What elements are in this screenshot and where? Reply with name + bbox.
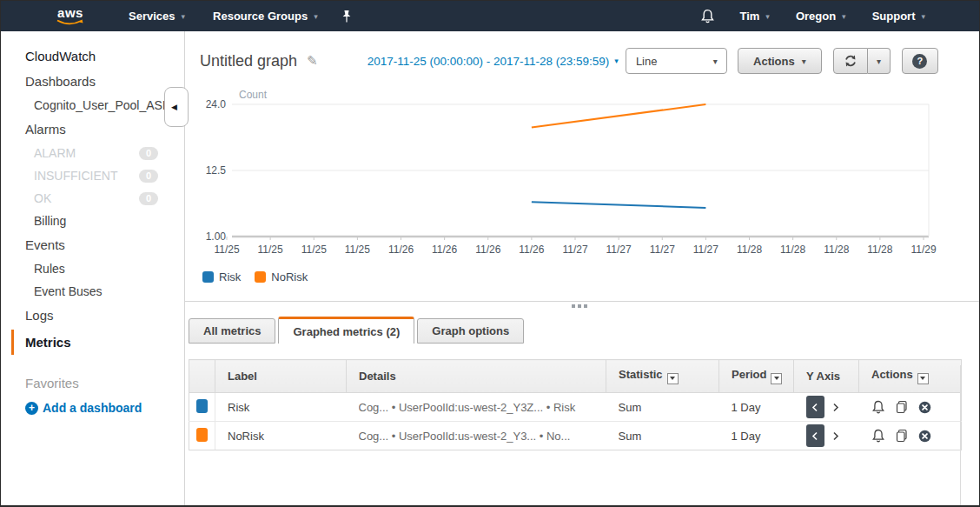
refresh-button[interactable] <box>833 48 868 74</box>
duplicate-metric-icon[interactable] <box>895 429 909 443</box>
create-alarm-bell-icon[interactable] <box>871 400 885 415</box>
risk-series-swatch <box>202 271 214 283</box>
sidebar-item-insufficient-state[interactable]: INSUFFICIENT 0 <box>1 164 184 187</box>
remove-metric-icon[interactable] <box>918 430 931 443</box>
svg-text:24.0: 24.0 <box>206 98 227 110</box>
sidebar-item-dashboards[interactable]: Dashboards <box>1 69 184 94</box>
chart-type-select[interactable]: Line ▾ <box>626 48 727 74</box>
nav-region-menu[interactable]: Oregon ▾ <box>796 10 846 23</box>
sidebar-item-event-buses[interactable]: Event Buses <box>1 280 184 303</box>
risk-label-cell: Risk <box>215 393 347 422</box>
sidebar-collapse-tab[interactable]: ◀ <box>164 87 189 127</box>
risk-details-cell: Cog... • UserPoolId:us-west-2_Y3Z... • R… <box>347 393 606 422</box>
graph-header: Untitled graph ✎ 2017-11-25 (00:00:00) -… <box>185 31 979 74</box>
svg-text:1.00: 1.00 <box>206 230 227 243</box>
svg-text:11/27: 11/27 <box>562 243 587 256</box>
main-panel: Untitled graph ✎ 2017-11-25 (00:00:00) -… <box>185 31 979 506</box>
y-axis-left-button[interactable] <box>806 396 824 418</box>
risk-color-cell <box>189 393 215 422</box>
svg-text:11/26: 11/26 <box>519 243 544 256</box>
svg-text:11/29: 11/29 <box>910 243 936 256</box>
norisk-statistic-cell: Sum <box>606 422 719 450</box>
tab-graphed-metrics[interactable]: Graphed metrics (2) <box>278 317 414 344</box>
chevron-down-icon: ▾ <box>314 12 318 21</box>
actions-filter-icon[interactable] <box>917 373 929 384</box>
norisk-series-swatch <box>255 271 266 283</box>
aws-smile-swoosh <box>56 19 85 26</box>
question-mark-icon: ? <box>912 54 927 69</box>
cloudwatch-console-window: aws Services ▾ Resource Groups ▾ <box>0 0 980 507</box>
sidebar-item-billing[interactable]: Billing <box>1 210 184 232</box>
svg-text:11/25: 11/25 <box>258 243 283 256</box>
chevron-right-icon <box>832 431 839 441</box>
actions-button[interactable]: Actions ▾ <box>738 48 822 74</box>
chart-area: 24.012.51.0011/2511/2511/2511/2511/2611/… <box>199 86 979 262</box>
norisk-period-cell: 1 Day <box>719 422 794 450</box>
risk-row-swatch[interactable] <box>196 399 208 413</box>
metrics-tabs: All metrics Graphed metrics (2) Graph op… <box>189 317 979 344</box>
date-range-selector[interactable]: 2017-11-25 (00:00:00) - 2017-11-28 (23:5… <box>368 55 619 68</box>
norisk-details-cell: Cog... • UserPoolId:us-west-2_Y3... • No… <box>347 422 606 450</box>
svg-text:11/27: 11/27 <box>606 243 632 256</box>
sidebar-item-metrics[interactable]: Metrics <box>11 330 184 355</box>
sidebar-item-events[interactable]: Events <box>1 232 184 257</box>
nav-resource-groups-menu[interactable]: Resource Groups ▾ <box>213 10 318 23</box>
chevron-down-icon: ▾ <box>921 12 925 21</box>
chevron-down-icon: ▾ <box>765 12 770 21</box>
notifications-bell-icon[interactable] <box>700 9 715 24</box>
tab-graph-options[interactable]: Graph options <box>417 318 524 344</box>
svg-text:11/25: 11/25 <box>345 243 370 256</box>
add-dashboard-link[interactable]: + Add a dashboard <box>1 396 184 420</box>
aws-logo[interactable]: aws <box>56 6 85 26</box>
chart-legend: Risk NoRisk <box>202 270 979 284</box>
panel-resize-handle[interactable] <box>572 304 593 308</box>
refresh-options-button[interactable]: ▾ <box>868 48 891 74</box>
edit-pencil-icon[interactable]: ✎ <box>307 53 318 69</box>
sidebar-item-ok-state[interactable]: OK 0 <box>1 187 184 210</box>
help-button[interactable]: ? <box>902 48 938 74</box>
sidebar-item-alarm-state[interactable]: ALARM 0 <box>1 142 184 164</box>
svg-text:12.5: 12.5 <box>206 164 227 177</box>
insufficient-count-badge: 0 <box>139 170 158 183</box>
nav-support-menu[interactable]: Support ▾ <box>872 10 925 23</box>
chevron-left-icon <box>811 431 818 441</box>
alarm-count-badge: 0 <box>139 147 158 160</box>
table-row-risk: Risk Cog... • UserPoolId:us-west-2_Y3Z..… <box>189 393 962 422</box>
sidebar-item-cognito-dashboard[interactable]: Cognito_User_Pool_ASI <box>1 94 184 117</box>
tab-all-metrics[interactable]: All metrics <box>189 318 275 344</box>
svg-text:11/26: 11/26 <box>432 243 457 256</box>
sidebar-item-rules[interactable]: Rules <box>1 257 184 280</box>
y-axis-right-button[interactable] <box>832 403 839 412</box>
legend-item-risk[interactable]: Risk <box>202 270 241 284</box>
top-navigation-bar: aws Services ▾ Resource Groups ▾ <box>1 1 979 31</box>
aws-logo-text: aws <box>57 6 83 19</box>
duplicate-metric-icon[interactable] <box>895 400 909 414</box>
pin-icon[interactable] <box>341 10 353 23</box>
y-axis-right-button[interactable] <box>832 431 839 441</box>
chevron-down-icon: ▾ <box>802 57 806 66</box>
legend-item-norisk[interactable]: NoRisk <box>255 270 308 284</box>
sidebar-item-alarms[interactable]: Alarms <box>1 117 184 142</box>
panel-right-border <box>960 365 961 506</box>
svg-text:11/28: 11/28 <box>867 243 892 256</box>
chevron-right-icon <box>832 403 839 412</box>
column-header-y-axis: Y Axis <box>794 360 859 393</box>
nav-services-menu[interactable]: Services ▾ <box>129 10 185 23</box>
norisk-row-swatch[interactable] <box>196 428 208 442</box>
sidebar-item-logs[interactable]: Logs <box>1 303 184 328</box>
column-header-statistic: Statistic <box>606 360 719 393</box>
chevron-down-icon: ▾ <box>877 57 881 66</box>
line-chart: 24.012.51.0011/2511/2511/2511/2511/2611/… <box>199 86 944 258</box>
remove-metric-icon[interactable] <box>918 401 931 414</box>
svg-text:11/26: 11/26 <box>388 243 414 256</box>
norisk-color-cell <box>189 422 215 450</box>
nav-account-menu[interactable]: Tim ▾ <box>739 10 769 23</box>
y-axis-left-button[interactable] <box>806 424 824 447</box>
svg-text:11/27: 11/27 <box>650 243 675 256</box>
chevron-down-icon: ▾ <box>182 12 186 21</box>
svg-text:11/27: 11/27 <box>693 243 718 256</box>
sidebar-item-cloudwatch[interactable]: CloudWatch <box>1 43 184 69</box>
create-alarm-bell-icon[interactable] <box>871 429 885 444</box>
statistic-filter-icon[interactable] <box>667 373 679 384</box>
period-filter-icon[interactable] <box>771 373 782 384</box>
